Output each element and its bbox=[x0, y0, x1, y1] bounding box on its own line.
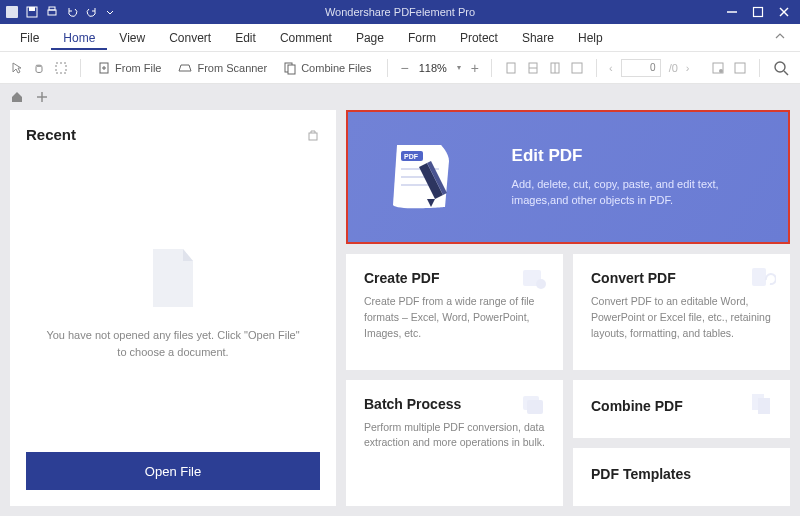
recent-panel: Recent You have not opened any files yet… bbox=[10, 110, 336, 506]
search-icon[interactable] bbox=[772, 59, 790, 77]
svg-rect-6 bbox=[754, 8, 763, 17]
home-tab-icon[interactable] bbox=[10, 90, 24, 104]
view-mode-2-icon[interactable] bbox=[733, 61, 747, 75]
svg-rect-37 bbox=[758, 398, 770, 414]
file-plus-icon bbox=[97, 61, 111, 75]
prev-page-icon[interactable]: ‹ bbox=[609, 62, 613, 74]
new-tab-icon[interactable] bbox=[36, 91, 48, 103]
maximize-icon[interactable] bbox=[752, 6, 764, 18]
recent-empty-state: You have not opened any files yet. Click… bbox=[26, 163, 320, 442]
convert-pdf-card[interactable]: Convert PDF Convert PDF to an editable W… bbox=[573, 254, 790, 370]
menu-edit[interactable]: Edit bbox=[223, 26, 268, 50]
svg-rect-15 bbox=[507, 63, 515, 73]
fit-height-icon[interactable] bbox=[548, 61, 562, 75]
menu-home[interactable]: Home bbox=[51, 26, 107, 50]
menu-view[interactable]: View bbox=[107, 26, 157, 50]
open-file-button[interactable]: Open File bbox=[26, 452, 320, 490]
from-file-label: From File bbox=[115, 62, 161, 74]
actual-size-icon[interactable] bbox=[570, 61, 584, 75]
svg-rect-4 bbox=[49, 7, 55, 10]
recent-title: Recent bbox=[26, 126, 76, 143]
toolbar: From File From Scanner Combine Files − 1… bbox=[0, 52, 800, 84]
select-tool-icon[interactable] bbox=[54, 61, 68, 75]
pdf-templates-title: PDF Templates bbox=[591, 466, 772, 482]
recent-action-icon[interactable] bbox=[306, 128, 320, 142]
scanner-icon bbox=[177, 61, 193, 75]
menu-convert[interactable]: Convert bbox=[157, 26, 223, 50]
zoom-dropdown-icon[interactable]: ▾ bbox=[457, 63, 461, 72]
svg-rect-23 bbox=[735, 63, 745, 73]
next-page-icon[interactable]: › bbox=[686, 62, 690, 74]
actions-panel: PDF Edit PDF Add, delete, cut, copy, pas… bbox=[346, 110, 790, 506]
separator bbox=[80, 59, 81, 77]
zoom-out-button[interactable]: − bbox=[400, 60, 408, 76]
svg-text:PDF: PDF bbox=[404, 153, 419, 160]
window-title: Wondershare PDFelement Pro bbox=[325, 6, 475, 18]
zoom-percent: 118% bbox=[419, 62, 447, 74]
from-file-button[interactable]: From File bbox=[93, 59, 165, 77]
menu-share[interactable]: Share bbox=[510, 26, 566, 50]
title-bar: Wondershare PDFelement Pro bbox=[0, 0, 800, 24]
separator bbox=[387, 59, 388, 77]
redo-icon[interactable] bbox=[86, 6, 98, 18]
separator bbox=[491, 59, 492, 77]
menu-protect[interactable]: Protect bbox=[448, 26, 510, 50]
svg-rect-2 bbox=[29, 7, 35, 11]
from-scanner-label: From Scanner bbox=[197, 62, 267, 74]
page-number-input[interactable] bbox=[621, 59, 661, 77]
dropdown-icon[interactable] bbox=[106, 6, 114, 18]
pdf-templates-card[interactable]: PDF Templates bbox=[573, 448, 790, 506]
combine-files-button[interactable]: Combine Files bbox=[279, 59, 375, 77]
menu-page[interactable]: Page bbox=[344, 26, 396, 50]
create-pdf-icon bbox=[521, 266, 549, 294]
minimize-icon[interactable] bbox=[726, 6, 738, 18]
separator bbox=[596, 59, 597, 77]
view-mode-1-icon[interactable] bbox=[711, 61, 725, 75]
svg-point-22 bbox=[719, 69, 723, 73]
page-total: /0 bbox=[669, 62, 678, 74]
fit-page-icon[interactable] bbox=[504, 61, 518, 75]
zoom-in-button[interactable]: + bbox=[471, 60, 479, 76]
pointer-tool-icon[interactable] bbox=[10, 61, 24, 75]
svg-rect-9 bbox=[56, 63, 66, 73]
content-area: Recent You have not opened any files yet… bbox=[0, 110, 800, 516]
save-icon[interactable] bbox=[26, 6, 38, 18]
svg-rect-14 bbox=[288, 65, 295, 74]
combine-pdf-title: Combine PDF bbox=[591, 398, 772, 414]
print-icon[interactable] bbox=[46, 6, 58, 18]
svg-rect-35 bbox=[527, 400, 543, 414]
combine-icon bbox=[283, 61, 297, 75]
edit-pdf-hero[interactable]: PDF Edit PDF Add, delete, cut, copy, pas… bbox=[346, 110, 790, 244]
close-icon[interactable] bbox=[778, 6, 790, 18]
svg-line-25 bbox=[784, 71, 788, 75]
edit-pdf-desc: Add, delete, cut, copy, paste, and edit … bbox=[512, 176, 760, 209]
hand-tool-icon[interactable] bbox=[32, 61, 46, 75]
batch-process-title: Batch Process bbox=[364, 396, 545, 412]
svg-rect-3 bbox=[48, 10, 56, 15]
empty-file-icon bbox=[145, 245, 201, 311]
batch-process-card[interactable]: Batch Process Perform multiple PDF conve… bbox=[346, 380, 563, 506]
menu-form[interactable]: Form bbox=[396, 26, 448, 50]
menu-help[interactable]: Help bbox=[566, 26, 615, 50]
combine-pdf-card[interactable]: Combine PDF bbox=[573, 380, 790, 438]
open-file-label: Open File bbox=[145, 464, 201, 479]
menu-file[interactable]: File bbox=[8, 26, 51, 50]
fit-width-icon[interactable] bbox=[526, 61, 540, 75]
combine-files-label: Combine Files bbox=[301, 62, 371, 74]
combine-pdf-icon bbox=[750, 392, 776, 418]
svg-rect-28 bbox=[309, 133, 317, 140]
edit-pdf-title: Edit PDF bbox=[512, 146, 760, 166]
svg-rect-33 bbox=[752, 268, 766, 286]
separator bbox=[759, 59, 760, 77]
app-icon bbox=[6, 6, 18, 18]
tab-strip bbox=[0, 84, 800, 110]
svg-rect-0 bbox=[6, 6, 18, 18]
menu-comment[interactable]: Comment bbox=[268, 26, 344, 50]
recent-empty-text: You have not opened any files yet. Click… bbox=[26, 327, 320, 360]
batch-process-icon bbox=[521, 392, 549, 420]
create-pdf-card[interactable]: Create PDF Create PDF from a wide range … bbox=[346, 254, 563, 370]
collapse-ribbon-icon[interactable] bbox=[768, 30, 792, 45]
from-scanner-button[interactable]: From Scanner bbox=[173, 59, 271, 77]
undo-icon[interactable] bbox=[66, 6, 78, 18]
svg-point-32 bbox=[536, 279, 546, 289]
